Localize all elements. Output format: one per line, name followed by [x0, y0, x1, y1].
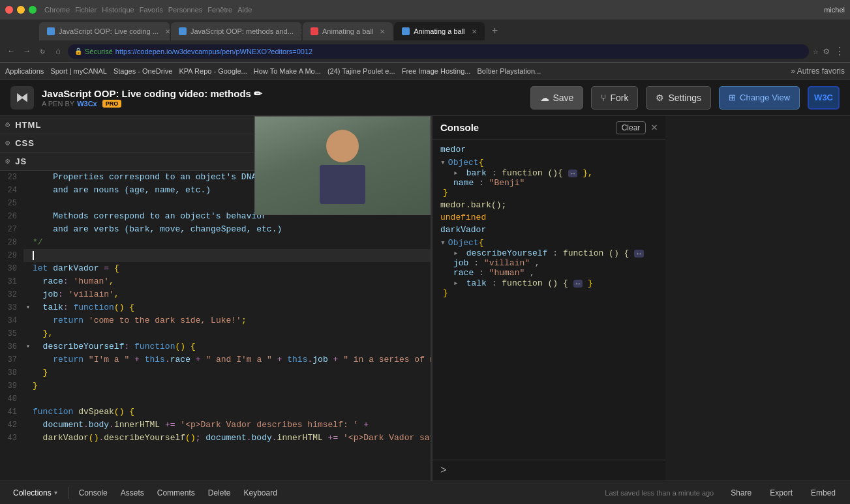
darkvador-brace-close: } [440, 288, 658, 298]
bookmark-stages[interactable]: Stages - OneDrive [114, 67, 172, 75]
close-traffic-light[interactable] [5, 6, 13, 14]
home-button[interactable]: ⌂ [52, 46, 64, 57]
expand-talk-icon[interactable]: ▸ [453, 278, 459, 288]
code-editor[interactable]: 23 Properties correspond to an object's … [0, 171, 431, 481]
pen-author: W3Cx [77, 100, 97, 108]
new-tab-button[interactable]: + [486, 22, 504, 40]
darkvador-prop-describeyourself: ▸ describeYourself : function () { ↔ [453, 248, 658, 258]
prop-colon-6: : [492, 278, 502, 288]
w3c-label: W3C [814, 93, 833, 102]
console-input-field[interactable] [451, 466, 658, 475]
browser-menu-fichier[interactable]: Fichier [75, 6, 97, 14]
bookmarks-more[interactable]: » Autres favoris [791, 67, 845, 76]
expand-fn-badge-bark[interactable]: ↔ [568, 170, 578, 177]
reload-button[interactable]: ↻ [37, 46, 48, 57]
bookmark-kpa[interactable]: KPA Repo - Google... [179, 67, 247, 75]
bookmark-freeimage[interactable]: Free Image Hosting... [402, 67, 471, 75]
browser-name: Chrome [44, 6, 70, 14]
browser-menu-favoris[interactable]: Favoris [140, 6, 163, 14]
pen-title: JavaScript OOP: Live coding video: metho… [42, 88, 523, 100]
prop-colon-1: : [492, 168, 502, 178]
browser-menu-historique[interactable]: Historique [102, 6, 134, 14]
change-view-button[interactable]: ⊞ Change View [719, 86, 800, 110]
console-tab-button[interactable]: Console [74, 486, 113, 500]
browser-menu-aide[interactable]: Aide [237, 6, 252, 14]
expand-fn-badge-describe[interactable]: ↔ [634, 250, 644, 258]
browser-user: michel [824, 6, 845, 14]
code-line-31: 31 race: 'human', [0, 275, 431, 288]
collections-button[interactable]: Collections ▾ [8, 486, 63, 500]
darkvador-prop-job: job : "villain" , [453, 258, 658, 268]
bookmark-boitier[interactable]: Boîtier Playstation... [477, 67, 541, 75]
tab-1[interactable]: JavaScript OOP: Live coding ... ✕ [39, 22, 170, 40]
code-line-34: 34 return 'come to the dark side, Luke!'… [0, 314, 431, 327]
extensions-icon[interactable]: ⚙ [824, 46, 829, 57]
star-icon[interactable]: ☆ [813, 46, 818, 57]
change-view-label: Change View [740, 93, 790, 102]
tab-2-close[interactable]: ✕ [300, 28, 301, 35]
tab-3-close[interactable]: ✕ [380, 28, 385, 35]
keyboard-button[interactable]: Keyboard [238, 486, 282, 500]
html-panel-title: HTML [15, 120, 41, 130]
settings-button[interactable]: ⚙ Settings [646, 86, 711, 110]
expand-bark-icon[interactable]: ▸ [453, 168, 459, 178]
tab-3[interactable]: Animating a ball ✕ [303, 22, 393, 40]
back-button[interactable]: ← [5, 46, 17, 57]
embed-button[interactable]: Embed [804, 486, 842, 500]
expand-describe-icon[interactable]: ▸ [453, 248, 459, 258]
tab-1-label: JavaScript OOP: Live coding ... [59, 27, 159, 35]
save-timestamp: Last saved less than a minute ago [605, 489, 714, 497]
medor-prop-bark: ▸ bark : function (){ ↔ }, [453, 168, 658, 178]
save-button[interactable]: ☁ Save [530, 86, 584, 110]
bookmark-applications[interactable]: Applications [5, 67, 44, 75]
browser-toolbar-icons: ☆ ⚙ ⋮ [813, 45, 845, 58]
share-button[interactable]: Share [724, 486, 758, 500]
url-text: https://codepen.io/w3devcampus/pen/pWNEX… [115, 48, 312, 55]
prop-race-value: "human" [489, 268, 525, 278]
prop-colon-5: : [479, 268, 489, 278]
console-entry-undefined: undefined [440, 213, 658, 222]
prop-talk-name: talk [466, 278, 487, 288]
forward-button[interactable]: → [21, 46, 33, 57]
w3c-badge: W3C [808, 86, 840, 110]
bookmark-howtomake[interactable]: How To Make A Mo... [254, 67, 321, 75]
code-line-40: 40 [0, 393, 431, 406]
save-icon: ☁ [540, 93, 549, 103]
maximize-traffic-light[interactable] [29, 6, 37, 14]
code-line-33: 33 ▾ talk: function() { [0, 301, 431, 314]
browser-chrome: Chrome Fichier Historique Favoris Person… [0, 0, 850, 20]
tab-4-close[interactable]: ✕ [472, 28, 477, 35]
darkvador-brace-open: { [479, 238, 484, 248]
html-settings-icon[interactable]: ⚙ [5, 120, 10, 130]
delete-button[interactable]: Delete [203, 486, 236, 500]
css-settings-icon[interactable]: ⚙ [5, 138, 10, 148]
browser-menu-fenetre[interactable]: Fenêtre [207, 6, 232, 14]
console-close-button[interactable]: ✕ [651, 123, 658, 133]
bookmark-sport[interactable]: Sport | myCANAL [50, 67, 107, 75]
bookmark-tajine[interactable]: (24) Tajine Poulet e... [327, 67, 395, 75]
console-bark-call: medor.bark(); [440, 200, 658, 210]
console-clear-button[interactable]: Clear [616, 121, 646, 134]
css-panel-title: CSS [15, 138, 35, 148]
assets-button[interactable]: Assets [115, 486, 149, 500]
comments-button[interactable]: Comments [152, 486, 200, 500]
console-panel: Console Clear ✕ medor ▾ Object { ▸ bark [431, 116, 665, 481]
browser-menu-personnel[interactable]: Personnes [168, 6, 203, 14]
expand-darkvador-icon[interactable]: ▾ [440, 237, 446, 248]
export-button[interactable]: Export [763, 486, 799, 500]
expand-medor-icon[interactable]: ▾ [440, 157, 446, 168]
tab-2[interactable]: JavaScript OOP: methods and... ✕ [171, 22, 301, 40]
codepen-title-area: JavaScript OOP: Live coding video: metho… [42, 88, 523, 108]
menu-icon[interactable]: ⋮ [834, 45, 845, 58]
fork-button[interactable]: ⑂ Fork [591, 86, 638, 110]
console-darkvador-text: darkVador [440, 225, 658, 235]
expand-fn-badge-talk[interactable]: ↔ [573, 280, 583, 288]
url-bar[interactable]: 🔒 Sécurisé https://codepen.io/w3devcampu… [68, 44, 809, 59]
code-line-37: 37 return "I'm a " + this.race + " and I… [0, 353, 431, 366]
tab-1-close[interactable]: ✕ [165, 28, 170, 35]
js-settings-icon[interactable]: ⚙ [5, 156, 10, 166]
minimize-traffic-light[interactable] [17, 6, 25, 14]
tab-4[interactable]: Animating a ball ✕ [394, 22, 484, 40]
tab-3-icon [311, 27, 318, 35]
tab-4-icon [402, 27, 410, 35]
